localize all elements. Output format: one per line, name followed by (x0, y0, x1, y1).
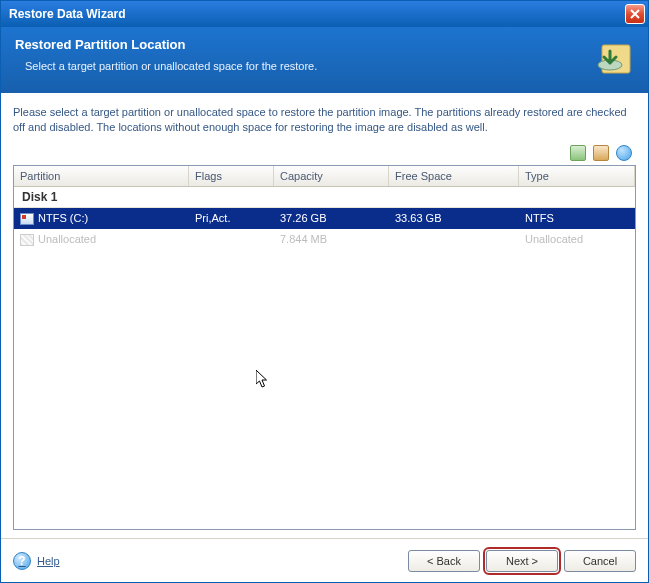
restore-disk-icon (592, 37, 636, 81)
close-icon (630, 9, 640, 19)
help-label: Help (37, 555, 60, 567)
wizard-window: Restore Data Wizard Restored Partition L… (0, 0, 649, 583)
help-icon: ? (13, 552, 31, 570)
page-title: Restored Partition Location (15, 37, 634, 52)
cell-flags: Pri,Act. (189, 210, 274, 226)
partition-row-unallocated: Unallocated 7.844 MB Unallocated (14, 229, 635, 250)
cell-capacity: 7.844 MB (274, 231, 389, 247)
next-button[interactable]: Next > (486, 550, 558, 572)
page-subtitle: Select a target partition or unallocated… (25, 60, 634, 72)
grid-body: NTFS (C:) Pri,Act. 37.26 GB 33.63 GB NTF… (14, 208, 635, 529)
content-area: Please select a target partition or unal… (1, 93, 648, 538)
footer: ? Help < Back Next > Cancel (1, 538, 648, 582)
disk-group-label: Disk 1 (22, 190, 57, 204)
info-icon[interactable] (616, 145, 632, 161)
cell-capacity: 37.26 GB (274, 210, 389, 226)
col-header-type[interactable]: Type (519, 166, 635, 186)
instructions-text: Please select a target partition or unal… (13, 105, 636, 135)
header-panel: Restored Partition Location Select a tar… (1, 27, 648, 93)
cell-flags (189, 237, 274, 241)
cell-type: Unallocated (519, 231, 635, 247)
cell-type: NTFS (519, 210, 635, 226)
col-header-partition[interactable]: Partition (14, 166, 189, 186)
cell-partition: NTFS (C:) (38, 212, 88, 224)
drive-icon (20, 213, 34, 225)
grid-toolbar (13, 143, 636, 165)
grid-header: Partition Flags Capacity Free Space Type (14, 166, 635, 187)
col-header-flags[interactable]: Flags (189, 166, 274, 186)
titlebar: Restore Data Wizard (1, 1, 648, 27)
window-title: Restore Data Wizard (9, 7, 126, 21)
close-button[interactable] (625, 4, 645, 24)
partition-row-ntfs[interactable]: NTFS (C:) Pri,Act. 37.26 GB 33.63 GB NTF… (14, 208, 635, 229)
cancel-button[interactable]: Cancel (564, 550, 636, 572)
disk-group-row[interactable]: Disk 1 (14, 187, 635, 208)
view-options-icon[interactable] (593, 145, 609, 161)
unallocated-icon (20, 234, 34, 246)
col-header-capacity[interactable]: Capacity (274, 166, 389, 186)
back-button[interactable]: < Back (408, 550, 480, 572)
cell-free (389, 237, 519, 241)
cell-partition: Unallocated (38, 233, 96, 245)
partition-grid: Partition Flags Capacity Free Space Type… (13, 165, 636, 530)
columns-icon[interactable] (570, 145, 586, 161)
cell-free: 33.63 GB (389, 210, 519, 226)
col-header-free[interactable]: Free Space (389, 166, 519, 186)
help-link[interactable]: ? Help (13, 552, 60, 570)
